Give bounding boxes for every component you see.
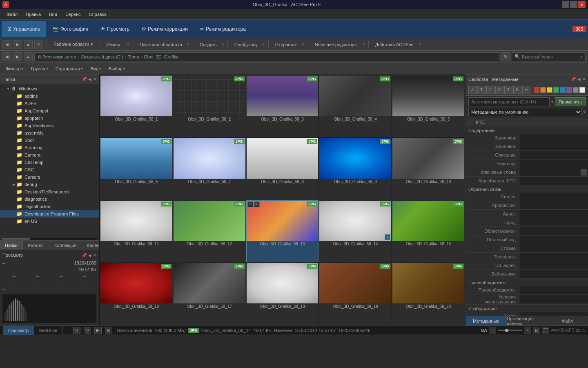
menu-tools[interactable]: Сервис — [61, 11, 85, 18]
nav-forward[interactable]: ▶ — [13, 40, 22, 49]
nav-forward2[interactable]: ▶ — [13, 52, 22, 61]
meta-btn-2[interactable]: 2 — [486, 86, 494, 94]
thumbnail-item-3[interactable]: JPGOboi_3D_Grafika_58_3 — [246, 75, 319, 137]
nav-back[interactable]: ◀ — [2, 40, 11, 49]
color-swatch-green[interactable] — [553, 87, 559, 93]
tree-item-cbstemp[interactable]: 📁 CbsTemp — [0, 159, 99, 166]
workspaces-button[interactable]: Рабочие области ▾ — [50, 41, 96, 48]
menu-edit[interactable]: Правка — [22, 11, 45, 18]
thumbnail-item-13[interactable]: JPG□✏Oboi_3D_Grafika_58_13 — [246, 200, 319, 263]
color-swatch-yellow[interactable] — [547, 87, 552, 93]
tab-organize[interactable]: Организация данных — [507, 316, 548, 325]
thumbnail-item-1[interactable]: JPGOboi_3D_Grafika_58_1 — [100, 75, 173, 137]
tree-item-desktop[interactable]: 📁 DesktopTileResources — [0, 188, 99, 195]
create-button[interactable]: Создать — [196, 41, 220, 48]
tree-item-windows[interactable]: ▼ 🖥 Windows — [0, 85, 99, 92]
tree-item-enus[interactable]: 📁 en-US — [0, 218, 99, 225]
manage-button[interactable]: ⊞ Управление — [2, 21, 46, 37]
tree-item-assembly[interactable]: 📁 assembly — [0, 129, 99, 137]
search-input[interactable] — [522, 54, 579, 59]
meta-btn-3[interactable]: 3 — [495, 86, 503, 94]
zoom-out-icon[interactable]: − — [489, 327, 496, 334]
status-refresh-icon[interactable]: ↻ — [84, 327, 91, 334]
nav-back2[interactable]: ◀ — [2, 52, 11, 61]
batch-button[interactable]: Пакетная обработка — [136, 41, 185, 48]
tree-item-adfs[interactable]: 📁 ADFS — [0, 100, 99, 107]
maximize-button[interactable]: □ — [570, 1, 577, 8]
tab-catalog[interactable]: Каталог — [23, 241, 49, 249]
fit-window-icon[interactable]: ⊡ — [533, 327, 540, 334]
send-button[interactable]: Отправить — [272, 41, 301, 48]
thumbnail-item-20[interactable]: JPGOboi_3D_Grafika_58_20 — [392, 263, 465, 325]
thumbnail-item-4[interactable]: JPGOboi_3D_Grafika_58_4 — [319, 75, 392, 137]
status-copy-icon[interactable]: ⎘ — [73, 327, 80, 334]
close-button[interactable]: ✕ — [578, 1, 586, 8]
breadcrumb-drive[interactable]: Локальный диск (C:) — [81, 54, 123, 59]
thumbnail-item-14[interactable]: JPG✓Oboi_3D_Grafika_58_14 — [319, 200, 392, 263]
tree-item-branding[interactable]: 📁 Branding — [0, 144, 99, 151]
color-swatch-gray[interactable] — [573, 87, 579, 93]
color-swatch-orange[interactable] — [540, 87, 546, 93]
addr-refresh[interactable]: ↻ — [501, 52, 510, 61]
nav-up2[interactable]: ▲ — [24, 52, 33, 61]
photos-button[interactable]: 📷 Фотографии — [47, 21, 94, 37]
tree-item-camera[interactable]: 📁 Camera — [0, 151, 99, 159]
actions-button[interactable]: Действия ACDSee — [372, 41, 417, 48]
status-tab-preview[interactable]: Просмотр — [3, 326, 34, 335]
slideshow-button[interactable]: Слайд-шоу — [231, 41, 261, 48]
select-button[interactable]: Выбор ▾ — [105, 65, 129, 72]
meta-template-input[interactable] — [468, 97, 550, 106]
right-pin-icon[interactable]: 📌 — [571, 77, 576, 81]
nav-refresh[interactable]: ↻ — [34, 40, 43, 49]
breadcrumb-temp[interactable]: Temp — [128, 54, 139, 59]
editor-button[interactable]: ✏ Режим редактора — [194, 21, 252, 37]
tree-item-appreadiness[interactable]: 📁 AppReadiness — [0, 122, 99, 129]
color-swatch-purple[interactable] — [566, 87, 572, 93]
meta-btn-1[interactable]: 1 — [477, 86, 486, 94]
collapse-icon[interactable]: — — [468, 120, 473, 125]
tab-collections[interactable]: Коллекции — [49, 241, 82, 249]
meta-pen-icon[interactable]: ✏ — [522, 86, 530, 94]
thumbnail-item-9[interactable]: JPGOboi_3D_Grafika_58_9 — [319, 138, 392, 200]
tree-item-digitallocker[interactable]: 📁 DigitalLocker — [0, 203, 99, 210]
tab-file[interactable]: Файл — [547, 316, 588, 325]
tree-item-csc[interactable]: 📁 CSC — [0, 166, 99, 173]
tree-item-diagnostics[interactable]: 📁 diagnostics — [0, 195, 99, 203]
thumbnail-item-16[interactable]: JPGOboi_3D_Grafika_58_16 — [100, 263, 173, 325]
external-button[interactable]: Внешние редакторы — [312, 41, 361, 48]
filter-button[interactable]: Фильтр ▾ — [2, 65, 27, 72]
panel-expand-icon[interactable]: ◀ — [88, 77, 91, 81]
status-slideshow-icon[interactable]: ▶ — [94, 327, 102, 334]
correction-button[interactable]: ⚙ Режим коррекции — [136, 21, 194, 37]
menu-help[interactable]: Справка — [85, 11, 111, 18]
thumbnail-item-5[interactable]: JPGOboi_3D_Grafika_58_5 — [392, 75, 465, 137]
thumbnail-item-12[interactable]: JPGOboi_3D_Grafika_58_12 — [173, 200, 246, 263]
view-button[interactable]: 👁 Просмотр — [95, 21, 135, 37]
panel-close-icon[interactable]: ✕ — [93, 77, 96, 81]
meta-apply-button[interactable]: Применить — [555, 97, 586, 106]
keywords-btn[interactable]: ... — [581, 169, 587, 175]
preview-close-icon[interactable]: ✕ — [93, 253, 96, 258]
tree-item-addins[interactable]: 📁 addins — [0, 92, 99, 100]
tree-item-cursors[interactable]: 📁 Cursors — [0, 173, 99, 181]
thumbnail-item-17[interactable]: JPGOboi_3D_Grafika_58_17 — [173, 263, 246, 325]
view-options-button[interactable]: Вид ▾ — [87, 65, 105, 72]
breadcrumb-computer[interactable]: Этот компьютер — [42, 54, 76, 59]
thumbnail-item-15[interactable]: JPGOboi_3D_Grafika_58_15 — [392, 200, 465, 263]
tree-item-appcompat[interactable]: 📁 AppCompat — [0, 107, 99, 114]
preview-expand-icon[interactable]: ◀ — [88, 253, 91, 258]
fullscreen-icon[interactable]: ⛶ — [542, 327, 549, 334]
thumbnail-item-11[interactable]: JPGOboi_3D_Grafika_58_11 — [100, 200, 173, 263]
right-expand-icon[interactable]: ◀ — [577, 77, 581, 81]
menu-view[interactable]: Вид — [45, 11, 61, 18]
meta-btn-5[interactable]: 5 — [513, 86, 521, 94]
nav-up[interactable]: ▲ — [24, 40, 33, 49]
thumbnail-item-19[interactable]: JPGOboi_3D_Grafika_58_19 — [319, 263, 392, 325]
tab-metadata[interactable]: Метаданные — [466, 316, 507, 325]
thumbnail-item-6[interactable]: JPGOboi_3D_Grafika_58_6 — [100, 138, 173, 200]
zoom-in-icon[interactable]: + — [524, 327, 531, 334]
thumbnail-item-8[interactable]: JPGOboi_3D_Grafika_58_8 — [246, 138, 319, 200]
minimize-button[interactable]: — — [562, 1, 569, 8]
color-swatch-white[interactable] — [579, 87, 585, 93]
color-swatch-blue[interactable] — [560, 87, 566, 93]
